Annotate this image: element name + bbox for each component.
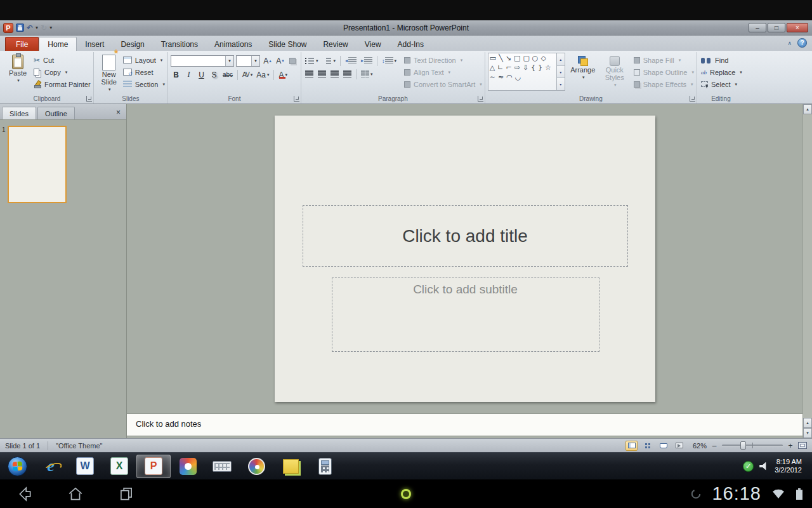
- bullets-button[interactable]: ▾: [304, 55, 320, 66]
- shape-icon[interactable]: ∼: [490, 73, 495, 81]
- shape-icon[interactable]: ╲: [499, 54, 503, 62]
- shrink-font-button[interactable]: A ▾: [275, 56, 285, 67]
- maximize-button[interactable]: □: [768, 23, 785, 32]
- powerpoint-app-icon[interactable]: P: [3, 23, 13, 33]
- quick-styles-button[interactable]: Quick Styles ▾: [601, 53, 629, 89]
- columns-button[interactable]: ▾: [360, 69, 374, 79]
- volume-icon[interactable]: [759, 462, 769, 471]
- copy-dropdown-icon[interactable]: ▾: [65, 70, 68, 75]
- tab-animations[interactable]: Animations: [206, 37, 260, 51]
- change-case-dropdown-icon[interactable]: ▾: [267, 72, 270, 77]
- reset-button[interactable]: Reset: [123, 67, 165, 77]
- zoom-in-button[interactable]: +: [787, 441, 794, 450]
- tab-slides-thumbnails[interactable]: Slides: [2, 107, 36, 119]
- undo-dropdown-icon[interactable]: ▾: [36, 25, 38, 30]
- shape-outline-button[interactable]: Shape Outline ▾: [634, 67, 694, 77]
- security-check-icon[interactable]: ✓: [743, 461, 754, 472]
- next-slide-icon[interactable]: ▾: [803, 428, 812, 438]
- grow-font-button[interactable]: A ▴: [262, 56, 273, 67]
- tab-add-ins[interactable]: Add-Ins: [390, 37, 432, 51]
- columns-dropdown-icon[interactable]: ▾: [370, 72, 373, 77]
- shape-icon[interactable]: △: [490, 64, 495, 72]
- taskbar-sticky-notes[interactable]: [273, 455, 308, 478]
- shape-icon[interactable]: {: [531, 64, 535, 72]
- font-name-dropdown-icon[interactable]: ▾: [225, 56, 233, 66]
- arrange-button[interactable]: Arrange ▾: [568, 53, 598, 81]
- clear-formatting-button[interactable]: [287, 56, 298, 67]
- arrange-dropdown-icon[interactable]: ▾: [582, 74, 585, 81]
- shape-outline-dropdown-icon[interactable]: ▾: [691, 70, 694, 75]
- help-icon[interactable]: ?: [797, 38, 807, 48]
- notes-pane[interactable]: Click to add notes: [127, 413, 802, 436]
- cut-button[interactable]: ✂ Cut: [34, 55, 91, 65]
- remote-pointer-button[interactable]: [401, 489, 411, 499]
- wifi-icon[interactable]: [771, 488, 785, 500]
- select-button[interactable]: Select ▾: [701, 79, 742, 89]
- android-home-button[interactable]: [65, 485, 86, 504]
- convert-to-smartart-button[interactable]: Convert to SmartArt ▾: [404, 79, 482, 89]
- shapes-more-icon[interactable]: ▾: [557, 78, 565, 90]
- tab-design[interactable]: Design: [112, 37, 152, 51]
- tab-home[interactable]: Home: [39, 37, 77, 51]
- shape-icon[interactable]: ⌐: [506, 64, 511, 72]
- shape-icon[interactable]: ○: [532, 54, 539, 62]
- font-name-combo[interactable]: ▾: [171, 55, 234, 67]
- align-text-dropdown-icon[interactable]: ▾: [449, 70, 451, 75]
- shape-icon[interactable]: }: [538, 64, 542, 72]
- align-center-button[interactable]: [317, 69, 327, 79]
- new-slide-dropdown-icon[interactable]: ▾: [108, 86, 111, 93]
- tab-insert[interactable]: Insert: [77, 37, 112, 51]
- font-size-dropdown-icon[interactable]: ▾: [251, 56, 259, 66]
- paragraph-dialog-launcher-icon[interactable]: [478, 96, 483, 102]
- tab-outline[interactable]: Outline: [37, 107, 75, 119]
- tab-review[interactable]: Review: [315, 37, 356, 51]
- android-clock[interactable]: 16:18: [712, 483, 761, 504]
- normal-view-button[interactable]: [625, 441, 638, 451]
- shape-icon[interactable]: ◇: [540, 54, 546, 62]
- section-dropdown-icon[interactable]: ▾: [162, 82, 165, 87]
- tab-slide-show[interactable]: Slide Show: [260, 37, 315, 51]
- sync-status-icon[interactable]: [690, 488, 702, 500]
- taskbar-onscreen-keyboard[interactable]: [205, 455, 239, 478]
- shape-icon[interactable]: ◠: [506, 73, 513, 81]
- slide-thumbnail[interactable]: [8, 126, 67, 203]
- text-direction-dropdown-icon[interactable]: ▾: [461, 58, 463, 63]
- justify-button[interactable]: [342, 69, 353, 79]
- layout-button[interactable]: Layout ▾: [123, 55, 165, 65]
- shape-icon[interactable]: ▢: [523, 54, 529, 62]
- taskbar-powerpoint[interactable]: P: [136, 455, 171, 478]
- shape-icon[interactable]: ↘: [506, 54, 511, 62]
- character-spacing-dropdown-icon[interactable]: ▾: [251, 72, 252, 77]
- quick-styles-dropdown-icon[interactable]: ▾: [614, 81, 617, 89]
- increase-indent-button[interactable]: ▸: [360, 55, 374, 66]
- battery-icon[interactable]: [796, 488, 803, 500]
- font-size-combo[interactable]: ▾: [236, 55, 260, 67]
- previous-slide-icon[interactable]: ▴: [803, 418, 812, 428]
- shapes-scroll-up-icon[interactable]: ▴: [557, 53, 565, 66]
- close-button[interactable]: ×: [787, 23, 808, 32]
- tab-view[interactable]: View: [357, 37, 390, 51]
- scrollbar-track[interactable]: [803, 114, 812, 418]
- text-direction-button[interactable]: Text Direction ▾: [404, 55, 482, 65]
- section-button[interactable]: Section ▾: [123, 79, 165, 89]
- underline-button[interactable]: U: [196, 69, 207, 80]
- shape-icon[interactable]: ▭: [490, 54, 496, 62]
- font-dialog-launcher-icon[interactable]: [294, 96, 299, 102]
- layout-dropdown-icon[interactable]: ▾: [160, 58, 163, 63]
- undo-button[interactable]: ↶: [27, 24, 33, 32]
- taskbar-internet-explorer[interactable]: e: [34, 455, 68, 478]
- shape-icon[interactable]: ⇩: [523, 64, 528, 72]
- shape-icon[interactable]: □: [514, 54, 520, 62]
- numbering-dropdown-icon[interactable]: ▾: [333, 58, 336, 64]
- shape-icon[interactable]: ⇨: [514, 64, 520, 72]
- format-painter-button[interactable]: Format Painter: [34, 79, 91, 89]
- drawing-dialog-launcher-icon[interactable]: [690, 96, 695, 102]
- android-recent-apps-button[interactable]: [115, 485, 137, 504]
- taskbar-calculator[interactable]: [308, 455, 342, 478]
- tab-file[interactable]: File: [5, 37, 39, 51]
- taskbar-word[interactable]: W: [68, 455, 102, 478]
- zoom-percentage[interactable]: 62%: [689, 442, 707, 450]
- decrease-indent-button[interactable]: ◂: [344, 55, 358, 66]
- close-panel-icon[interactable]: ×: [110, 108, 126, 119]
- qat-customize-icon[interactable]: ▾: [49, 25, 52, 30]
